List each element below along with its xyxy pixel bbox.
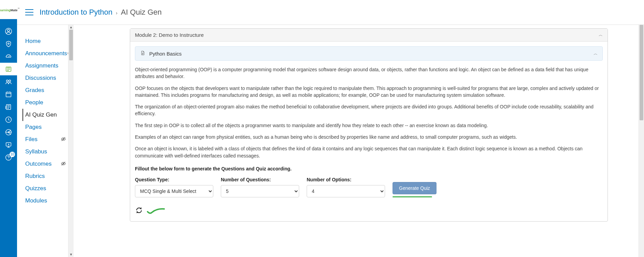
module-card: Module 2: Demo to Instructure ︿ Python B… bbox=[130, 28, 608, 222]
quiz-form: Question Type: MCQ Single & Multi Select… bbox=[135, 177, 603, 197]
course-nav-scrollbar[interactable]: ▲ ▼ bbox=[68, 25, 74, 257]
chevron-up-icon: ︿ bbox=[594, 51, 598, 57]
nav-ai-quiz-gen[interactable]: AI Quiz Gen bbox=[22, 109, 68, 121]
rail-account-icon[interactable] bbox=[0, 25, 17, 37]
num-questions-label: Number of Questions: bbox=[221, 177, 299, 182]
module-header[interactable]: Module 2: Demo to Instructure ︿ bbox=[130, 29, 608, 42]
breadcrumb-current: AI Quiz Gen bbox=[121, 8, 162, 17]
num-questions-select[interactable]: 5 bbox=[221, 185, 299, 197]
refresh-icon[interactable] bbox=[135, 206, 143, 216]
course-nav: Home Announcements Assignments Discussio… bbox=[17, 25, 68, 257]
rail-groups-icon[interactable] bbox=[0, 75, 17, 88]
svg-point-5 bbox=[9, 80, 11, 82]
passage: Object-oriented programming (OOP) is a c… bbox=[135, 61, 603, 166]
annotation-underline bbox=[393, 196, 432, 197]
rail-help-badge: 10 bbox=[10, 152, 15, 157]
nav-home[interactable]: Home bbox=[25, 35, 68, 47]
rail-admin-icon[interactable] bbox=[0, 37, 17, 50]
rail-courses-icon[interactable] bbox=[0, 63, 17, 75]
rail-calendar-icon[interactable] bbox=[0, 88, 17, 101]
chevron-up-icon: ︿ bbox=[599, 32, 603, 38]
passage-paragraph: OOP focuses on the objects that develope… bbox=[135, 85, 603, 99]
topbar: Introduction to Python › AI Quiz Gen bbox=[17, 0, 644, 25]
brand-logo: LearningMate™ bbox=[0, 0, 17, 19]
num-options-label: Number of Options: bbox=[307, 177, 385, 182]
passage-paragraph: The organization of an object-oriented p… bbox=[135, 103, 603, 117]
rail-studio-icon[interactable] bbox=[0, 138, 17, 151]
rail-inbox-icon[interactable] bbox=[0, 101, 17, 113]
generate-quiz-button[interactable]: Generate Quiz bbox=[393, 182, 436, 194]
nav-people[interactable]: People bbox=[25, 96, 68, 109]
document-icon bbox=[140, 50, 145, 57]
topic-title: Python Basics bbox=[149, 51, 182, 57]
breadcrumb-separator: › bbox=[116, 10, 118, 16]
passage-paragraph: Examples of an object can range from phy… bbox=[135, 134, 603, 140]
num-options-select[interactable]: 4 bbox=[307, 185, 385, 197]
hamburger-icon[interactable] bbox=[25, 9, 33, 15]
svg-point-2 bbox=[8, 43, 9, 44]
content-scrollbar[interactable] bbox=[639, 25, 644, 257]
nav-discussions[interactable]: Discussions bbox=[25, 72, 68, 84]
passage-paragraph: Object-oriented programming (OOP) is a c… bbox=[135, 66, 603, 80]
global-nav-rail: LearningMate™ 10 bbox=[0, 0, 17, 257]
rail-help-icon[interactable]: 10 bbox=[0, 151, 17, 164]
breadcrumb-course-link[interactable]: Introduction to Python bbox=[40, 8, 112, 17]
passage-paragraph: Once an object is known, it is labeled w… bbox=[135, 145, 603, 159]
nav-announcements[interactable]: Announcements bbox=[25, 47, 67, 60]
rail-commons-icon[interactable] bbox=[0, 126, 17, 138]
nav-assignments[interactable]: Assignments bbox=[25, 60, 68, 72]
breadcrumb: Introduction to Python › AI Quiz Gen bbox=[40, 8, 162, 17]
nav-quizzes[interactable]: Quizzes bbox=[25, 182, 68, 195]
nav-rubrics[interactable]: Rubrics bbox=[25, 170, 68, 182]
passage-paragraph: The first step in OOP is to collect all … bbox=[135, 122, 603, 129]
nav-pages[interactable]: Pages bbox=[25, 121, 68, 133]
question-type-select[interactable]: MCQ Single & Multi Select bbox=[135, 185, 213, 197]
nav-outcomes[interactable]: Outcomes bbox=[25, 158, 51, 170]
hidden-icon bbox=[61, 136, 66, 143]
content-pane: Module 2: Demo to Instructure ︿ Python B… bbox=[74, 25, 639, 257]
svg-point-12 bbox=[8, 159, 9, 159]
svg-point-4 bbox=[6, 80, 8, 82]
module-title: Module 2: Demo to Instructure bbox=[135, 32, 204, 38]
checkmark-annotation bbox=[147, 207, 165, 215]
nav-grades[interactable]: Grades bbox=[25, 84, 68, 96]
topic-header[interactable]: Python Basics ︿ bbox=[135, 46, 603, 61]
question-type-label: Question Type: bbox=[135, 177, 213, 182]
rail-dashboard-icon[interactable] bbox=[0, 50, 17, 63]
nav-files[interactable]: Files bbox=[25, 133, 37, 146]
rail-history-icon[interactable] bbox=[0, 113, 17, 126]
nav-syllabus[interactable]: Syllabus bbox=[25, 146, 68, 158]
svg-point-1 bbox=[7, 29, 10, 31]
nav-modules[interactable]: Modules bbox=[25, 195, 68, 207]
hidden-icon bbox=[61, 161, 66, 167]
form-instruction: Fillout the below form to generate the Q… bbox=[135, 166, 603, 171]
